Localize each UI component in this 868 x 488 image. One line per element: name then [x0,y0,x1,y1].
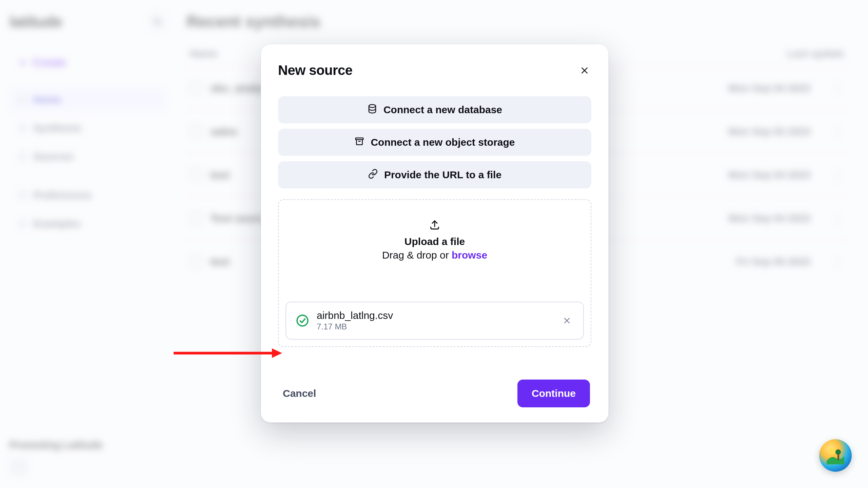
uploaded-file-name: airbnb_latlng.csv [317,310,553,321]
new-source-modal: New source Connect a new database Connec… [261,44,609,423]
upload-icon [429,219,440,234]
uploaded-file-card: airbnb_latlng.csv 7.17 MB [285,302,584,340]
floating-badge[interactable] [819,439,852,472]
connect-storage-button[interactable]: Connect a new object storage [278,129,591,156]
dropzone-subtitle: Drag & drop or browse [382,249,487,261]
database-icon [367,104,377,116]
connect-database-button[interactable]: Connect a new database [278,96,591,123]
modal-title: New source [278,63,353,78]
provide-url-button[interactable]: Provide the URL to a file [278,161,591,188]
link-icon [368,169,378,181]
dropzone-title: Upload a file [405,236,465,247]
svg-point-17 [835,449,841,455]
upload-dropzone[interactable]: Upload a file Drag & drop or browse airb… [278,199,591,347]
continue-button[interactable]: Continue [517,380,590,407]
archive-box-icon [354,136,364,149]
uploaded-file-size: 7.17 MB [317,322,553,331]
svg-point-10 [297,315,308,326]
cancel-button[interactable]: Cancel [283,388,316,399]
check-circle-icon [296,314,309,327]
svg-point-6 [369,104,376,107]
remove-file-button[interactable] [560,314,574,327]
option-label: Connect a new object storage [371,137,515,148]
option-label: Provide the URL to a file [384,169,501,181]
close-button[interactable] [578,64,591,77]
option-label: Connect a new database [383,104,502,116]
browse-link[interactable]: browse [452,249,487,261]
svg-point-15 [829,447,835,454]
